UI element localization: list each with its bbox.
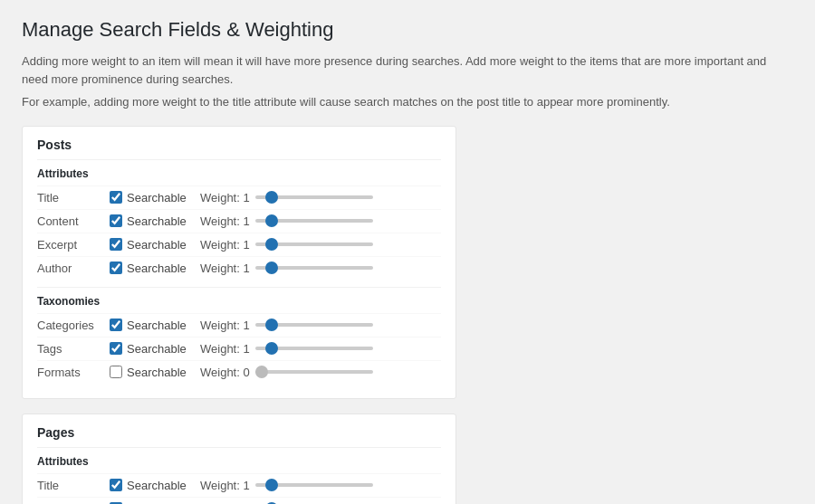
searchable-checkbox-label[interactable]: Searchable	[110, 262, 200, 275]
searchable-label: Searchable	[127, 238, 187, 252]
weight-slider[interactable]	[255, 483, 373, 487]
table-row: AuthorSearchableWeight: 1	[37, 256, 441, 280]
searchable-checkbox-label[interactable]: Searchable	[110, 479, 200, 492]
weight-slider[interactable]	[255, 242, 373, 246]
weight-label: Weight: 1	[200, 214, 250, 228]
weight-slider[interactable]	[255, 370, 373, 374]
section-title-pages: Pages	[37, 425, 441, 440]
searchable-label: Searchable	[127, 191, 187, 204]
attribute-name: Author	[37, 262, 110, 275]
weight-slider[interactable]	[255, 323, 373, 327]
attribute-name: Tags	[37, 342, 110, 356]
searchable-checkbox[interactable]	[110, 479, 122, 491]
searchable-label: Searchable	[127, 366, 187, 379]
attribute-name: Categories	[37, 319, 110, 332]
searchable-checkbox[interactable]	[110, 191, 122, 204]
weight-slider-wrapper	[255, 323, 441, 327]
table-row: TitleSearchableWeight: 1	[37, 185, 441, 209]
searchable-label: Searchable	[127, 479, 187, 492]
group-label-taxonomies: Taxonomies	[37, 287, 441, 308]
attribute-name: Title	[37, 479, 110, 492]
weight-slider-wrapper	[255, 266, 441, 270]
weight-label: Weight: 0	[200, 366, 250, 379]
weight-slider-wrapper	[255, 219, 441, 223]
searchable-label: Searchable	[127, 342, 187, 356]
weight-slider-wrapper	[255, 347, 441, 350]
searchable-checkbox-label[interactable]: Searchable	[110, 191, 200, 204]
weight-slider[interactable]	[255, 266, 373, 270]
weight-label: Weight: 1	[200, 479, 250, 492]
searchable-checkbox[interactable]	[110, 366, 122, 378]
weight-slider-wrapper	[255, 370, 441, 374]
description-2: For example, adding more weight to the t…	[22, 93, 793, 111]
table-row: CategoriesSearchableWeight: 1	[37, 313, 441, 337]
searchable-checkbox-label[interactable]: Searchable	[110, 342, 200, 356]
searchable-checkbox-label[interactable]: Searchable	[110, 238, 200, 252]
attribute-name: Formats	[37, 366, 110, 379]
table-row: TitleSearchableWeight: 1	[37, 473, 441, 497]
section-pages: PagesAttributesTitleSearchableWeight: 1C…	[22, 414, 456, 505]
searchable-checkbox[interactable]	[110, 342, 122, 355]
weight-label: Weight: 1	[200, 342, 250, 356]
weight-slider[interactable]	[255, 195, 373, 199]
weight-label: Weight: 1	[200, 191, 250, 204]
page-title: Manage Search Fields & Weighting	[22, 18, 793, 42]
searchable-checkbox[interactable]	[110, 319, 122, 331]
section-title-posts: Posts	[37, 138, 441, 152]
weight-label: Weight: 1	[200, 238, 250, 252]
group-label-attributes: Attributes	[37, 447, 441, 468]
group-label-attributes: Attributes	[37, 159, 441, 180]
weight-label: Weight: 1	[200, 262, 250, 275]
table-row: FormatsSearchableWeight: 0	[37, 360, 441, 384]
attribute-name: Excerpt	[37, 238, 110, 252]
searchable-checkbox-label[interactable]: Searchable	[110, 319, 200, 332]
searchable-checkbox[interactable]	[110, 214, 122, 227]
weight-slider-wrapper	[255, 483, 441, 487]
description-1: Adding more weight to an item will mean …	[22, 52, 793, 88]
section-posts: PostsAttributesTitleSearchableWeight: 1C…	[22, 126, 456, 399]
searchable-checkbox[interactable]	[110, 262, 122, 274]
searchable-checkbox-label[interactable]: Searchable	[110, 366, 200, 379]
searchable-checkbox[interactable]	[110, 238, 122, 251]
searchable-label: Searchable	[127, 262, 187, 275]
weight-slider-wrapper	[255, 242, 441, 246]
weight-slider-wrapper	[255, 195, 441, 199]
table-row: ContentSearchableWeight: 1	[37, 497, 441, 505]
attribute-name: Title	[37, 191, 110, 204]
weight-label: Weight: 1	[200, 319, 250, 332]
searchable-label: Searchable	[127, 214, 187, 228]
searchable-checkbox-label[interactable]: Searchable	[110, 214, 200, 228]
weight-slider[interactable]	[255, 219, 373, 223]
table-row: ContentSearchableWeight: 1	[37, 209, 441, 233]
weight-slider[interactable]	[255, 347, 373, 350]
searchable-label: Searchable	[127, 319, 187, 332]
attribute-name: Content	[37, 214, 110, 228]
table-row: TagsSearchableWeight: 1	[37, 337, 441, 360]
table-row: ExcerptSearchableWeight: 1	[37, 233, 441, 256]
